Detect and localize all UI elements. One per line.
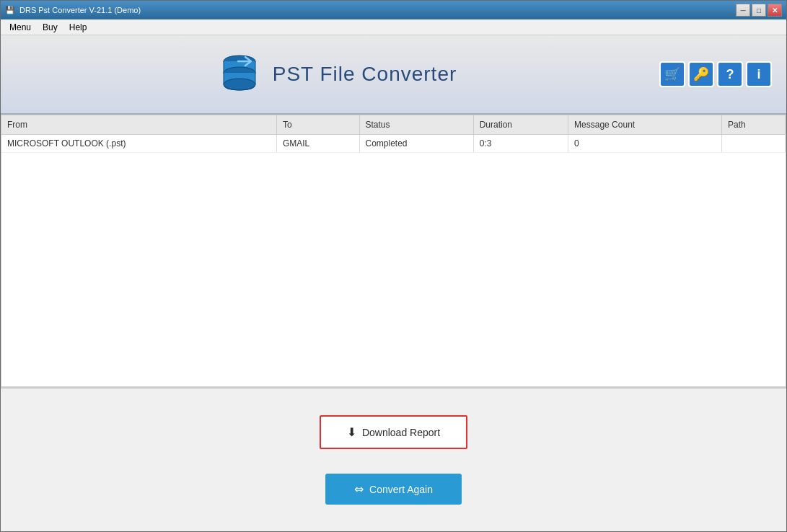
table-header-row: From To Status Duration Message Count Pa… — [1, 115, 786, 135]
header-buttons: 🛒 🔑 ? i — [659, 61, 772, 87]
col-message-count: Message Count — [568, 115, 722, 135]
svg-point-2 — [224, 79, 255, 90]
maximize-button[interactable]: □ — [752, 4, 766, 17]
cell-message_count: 0 — [568, 135, 722, 153]
download-icon: ⬇ — [347, 425, 356, 439]
col-path: Path — [722, 115, 786, 135]
menu-item-buy[interactable]: Buy — [37, 21, 63, 34]
convert-again-button[interactable]: ⇔ Convert Again — [325, 474, 462, 505]
title-bar-text: 💾 DRS Pst Converter V-21.1 (Demo) — [5, 6, 141, 15]
app-title: PST File Converter — [273, 63, 457, 86]
table-area: From To Status Duration Message Count Pa… — [1, 115, 786, 387]
cell-path — [722, 135, 786, 153]
key-button[interactable]: 🔑 — [688, 61, 714, 87]
cell-duration: 0:3 — [473, 135, 568, 153]
col-from: From — [1, 115, 276, 135]
col-duration: Duration — [473, 115, 568, 135]
title-bar: 💾 DRS Pst Converter V-21.1 (Demo) ─ □ ✕ — [1, 1, 786, 19]
content-area: From To Status Duration Message Count Pa… — [1, 115, 786, 531]
table-row: MICROSOFT OUTLOOK (.pst)GMAILCompleted0:… — [1, 135, 786, 153]
convert-arrows-icon: ⇔ — [354, 482, 364, 496]
info-button[interactable]: i — [746, 61, 772, 87]
app-window: 💾 DRS Pst Converter V-21.1 (Demo) ─ □ ✕ … — [0, 0, 787, 532]
cell-to: GMAIL — [276, 135, 359, 153]
col-to: To — [276, 115, 359, 135]
minimize-button[interactable]: ─ — [736, 4, 750, 17]
logo-area: PST File Converter — [15, 53, 659, 96]
col-status: Status — [359, 115, 473, 135]
download-report-button[interactable]: ⬇ Download Report — [320, 415, 467, 449]
menu-item-menu[interactable]: Menu — [4, 21, 37, 34]
cart-button[interactable]: 🛒 — [659, 61, 685, 87]
menu-item-help[interactable]: Help — [63, 21, 93, 34]
app-icon: 💾 — [5, 6, 15, 15]
bottom-area: ⬇ Download Report ⇔ Convert Again — [1, 387, 786, 531]
close-button[interactable]: ✕ — [768, 4, 782, 17]
convert-again-label: Convert Again — [369, 484, 433, 495]
window-controls: ─ □ ✕ — [736, 4, 782, 17]
cell-status: Completed — [359, 135, 473, 153]
window-title: DRS Pst Converter V-21.1 (Demo) — [19, 6, 141, 14]
download-report-label: Download Report — [362, 427, 440, 438]
conversion-table: From To Status Duration Message Count Pa… — [1, 115, 786, 153]
menu-bar: Menu Buy Help — [1, 19, 786, 35]
cell-from: MICROSOFT OUTLOOK (.pst) — [1, 135, 276, 153]
database-icon — [218, 53, 261, 96]
app-header: PST File Converter 🛒 🔑 ? i — [1, 35, 786, 115]
help-button[interactable]: ? — [717, 61, 743, 87]
